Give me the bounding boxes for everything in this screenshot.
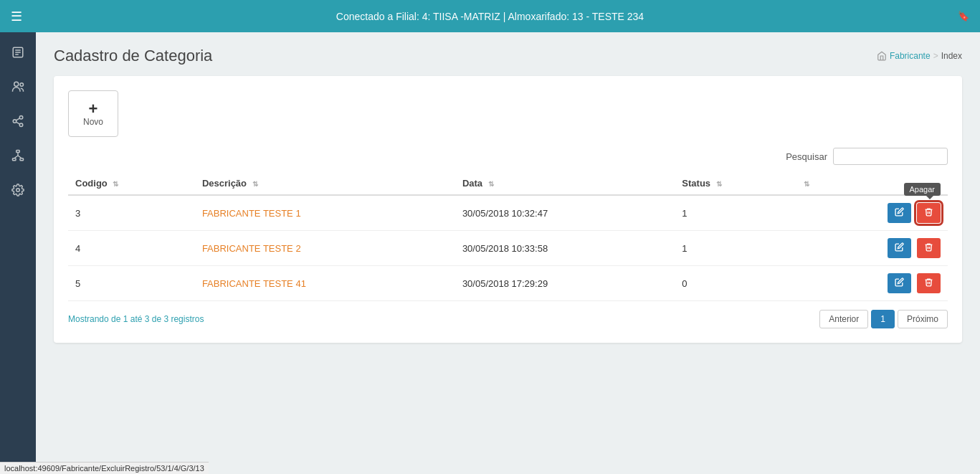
table-row: 3 FABRICANTE TESTE 1 30/05/2018 10:32:47… [68, 195, 948, 231]
main-content: Cadastro de Categoria Fabricante > Index… [36, 32, 980, 474]
hamburger-menu[interactable]: ☰ [11, 9, 22, 24]
navbar-left: ☰ [11, 9, 22, 24]
row2-data: 30/05/2018 10:33:58 [455, 231, 675, 266]
row3-status: 0 [675, 266, 794, 301]
breadcrumb-index: Index [941, 51, 962, 61]
table-body: 3 FABRICANTE TESTE 1 30/05/2018 10:32:47… [68, 195, 948, 301]
col-descricao-label: Descrição [202, 178, 247, 189]
navbar-right: 🔖 [958, 11, 969, 22]
row3-edit-button[interactable] [888, 273, 911, 293]
pagination-prev[interactable]: Anterior [819, 310, 868, 328]
svg-line-10 [16, 118, 19, 120]
row1-actions: Apagar [794, 195, 948, 231]
svg-line-16 [18, 156, 22, 158]
search-input[interactable] [833, 148, 948, 165]
sidebar-item-org[interactable] [5, 143, 31, 169]
pagination: Anterior 1 Próximo [819, 310, 948, 328]
page-title: Cadastro de Categoria [54, 47, 212, 65]
svg-rect-11 [16, 151, 20, 153]
row1-delete-button[interactable] [917, 203, 941, 223]
table-footer: Mostrando de 1 até 3 de 3 registros Ante… [68, 310, 948, 328]
svg-rect-13 [20, 158, 24, 161]
col-status-sort[interactable]: ⇅ [716, 180, 722, 188]
svg-rect-12 [13, 158, 16, 161]
layout: Cadastro de Categoria Fabricante > Index… [0, 32, 980, 474]
page-header: Cadastro de Categoria Fabricante > Index [54, 47, 962, 65]
navbar: ☰ Conectado a Filial: 4: TIISA -MATRIZ |… [0, 0, 980, 32]
new-button[interactable]: + Novo [68, 90, 118, 137]
main-card: + Novo Pesquisar Codigo ⇅ Desc [54, 76, 962, 343]
row1-data: 30/05/2018 10:32:47 [455, 195, 675, 231]
table-header: Codigo ⇅ Descrição ⇅ Data ⇅ Status [68, 172, 948, 195]
sidebar-item-share[interactable] [5, 108, 31, 134]
col-status-label: Status [682, 178, 710, 189]
sidebar-item-page[interactable] [5, 39, 31, 65]
status-bar: localhost:49609/Fabricante/ExcluirRegist… [0, 462, 209, 474]
row1-status: 1 [675, 195, 794, 231]
sidebar-item-users[interactable] [5, 74, 31, 100]
row1-edit-button[interactable] [888, 203, 911, 223]
row1-descricao[interactable]: FABRICANTE TESTE 1 [195, 195, 455, 231]
row3-delete-button[interactable] [917, 273, 941, 293]
pagination-next[interactable]: Próximo [898, 310, 948, 328]
svg-line-9 [16, 122, 19, 124]
new-button-label: Novo [83, 117, 103, 127]
svg-point-17 [16, 189, 20, 192]
row1-delete-container: Apagar [914, 203, 941, 223]
svg-line-15 [14, 156, 18, 158]
sidebar [0, 32, 36, 474]
svg-point-6 [19, 116, 23, 120]
row2-descricao[interactable]: FABRICANTE TESTE 2 [195, 231, 455, 266]
search-label: Pesquisar [786, 151, 827, 162]
data-table: Codigo ⇅ Descrição ⇅ Data ⇅ Status [68, 172, 948, 301]
table-row: 4 FABRICANTE TESTE 2 30/05/2018 10:33:58… [68, 231, 948, 266]
search-bar: Pesquisar [68, 148, 948, 165]
pagination-page-1[interactable]: 1 [871, 310, 895, 328]
sidebar-item-settings[interactable] [5, 177, 31, 203]
table-row: 5 FABRICANTE TESTE 41 30/05/2018 17:29:2… [68, 266, 948, 301]
user-icon[interactable]: 🔖 [958, 11, 969, 22]
row2-delete-button[interactable] [917, 238, 941, 258]
row1-codigo: 3 [68, 195, 195, 231]
breadcrumb-home-icon [877, 51, 887, 61]
col-descricao: Descrição ⇅ [195, 172, 455, 195]
col-data-sort[interactable]: ⇅ [488, 180, 494, 188]
row3-actions [794, 266, 948, 301]
breadcrumb-separator: > [933, 51, 938, 61]
row2-edit-button[interactable] [888, 238, 911, 258]
row2-actions [794, 231, 948, 266]
col-data: Data ⇅ [455, 172, 675, 195]
svg-point-7 [13, 120, 16, 123]
new-button-plus: + [89, 101, 98, 117]
row2-status: 1 [675, 231, 794, 266]
col-data-label: Data [462, 178, 482, 189]
row3-descricao[interactable]: FABRICANTE TESTE 41 [195, 266, 455, 301]
col-codigo: Codigo ⇅ [68, 172, 195, 195]
svg-point-4 [14, 82, 19, 86]
navbar-connection-info: Conectado a Filial: 4: TIISA -MATRIZ | A… [336, 11, 644, 22]
col-status: Status ⇅ [675, 172, 794, 195]
row3-codigo: 5 [68, 266, 195, 301]
col-codigo-sort[interactable]: ⇅ [113, 180, 118, 188]
svg-point-5 [20, 83, 24, 87]
svg-point-8 [19, 123, 23, 127]
row3-data: 30/05/2018 17:29:29 [455, 266, 675, 301]
breadcrumb: Fabricante > Index [877, 51, 962, 61]
records-info: Mostrando de 1 até 3 de 3 registros [68, 314, 204, 324]
col-codigo-label: Codigo [75, 178, 108, 189]
row2-codigo: 4 [68, 231, 195, 266]
breadcrumb-fabricante[interactable]: Fabricante [890, 51, 931, 61]
col-actions-sort[interactable]: ⇅ [804, 180, 809, 188]
col-actions: ⇅ [794, 172, 948, 195]
col-descricao-sort[interactable]: ⇅ [252, 180, 258, 188]
